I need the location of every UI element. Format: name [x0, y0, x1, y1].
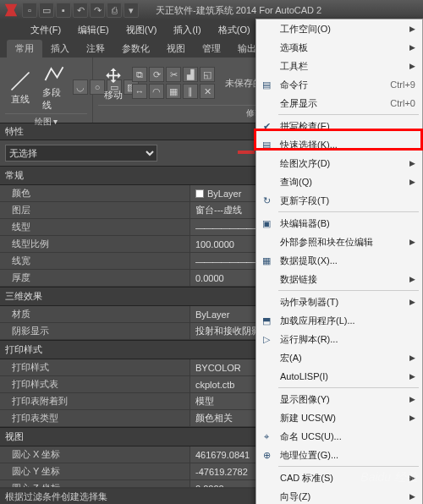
- selection-dropdown[interactable]: 无选择: [5, 145, 157, 162]
- cmdline-icon: ▤: [260, 78, 273, 91]
- cm-cmdline[interactable]: ▤命令行Ctrl+9: [256, 75, 422, 94]
- cm-draworder[interactable]: 绘图次序(D)▶: [256, 154, 422, 173]
- prop-ptable-name: 打印样式表: [0, 376, 190, 392]
- cm-cadstd[interactable]: CAD 标准(S)▶: [256, 468, 422, 487]
- fillet-icon[interactable]: ◠: [149, 84, 164, 99]
- prop-pattach-name: 打印表附着到: [0, 393, 190, 409]
- mirror-icon[interactable]: ▟: [183, 67, 198, 82]
- status-text: 根据过滤条件创建选择集: [5, 491, 107, 501]
- tab-view[interactable]: 视图: [158, 40, 194, 58]
- cm-dispimg[interactable]: 显示图像(Y)▶: [256, 390, 422, 408]
- spellcheck-icon: ✔: [260, 119, 273, 133]
- arc-icon[interactable]: ◡: [73, 79, 88, 95]
- prop-cz-name: 圆心 Z 坐标: [0, 480, 190, 487]
- cm-toolbar[interactable]: 工具栏▶: [256, 57, 422, 75]
- prop-lweight-name: 线宽: [0, 253, 190, 269]
- prop-ltscale-name: 线型比例: [0, 236, 190, 252]
- loadapp-icon: ⬒: [260, 314, 273, 327]
- tab-annotate[interactable]: 注释: [78, 40, 113, 58]
- app-logo: [3, 3, 19, 18]
- cm-newucs[interactable]: 新建 UCS(W)▶: [256, 408, 422, 427]
- qat-dropdown-icon[interactable]: ▾: [124, 3, 139, 18]
- ucs-icon: ⌖: [260, 430, 273, 443]
- cm-palettes[interactable]: 选项板▶: [256, 38, 422, 57]
- cm-updatefield[interactable]: ↻更新字段(T): [256, 191, 422, 210]
- cm-xref[interactable]: 外部参照和块在位编辑▶: [256, 233, 422, 251]
- prop-shadow-name: 阴影显示: [0, 323, 190, 339]
- rotate-icon[interactable]: ⟳: [149, 67, 164, 82]
- qat-save-icon[interactable]: ▪: [56, 3, 71, 18]
- move-button[interactable]: 移动: [98, 63, 129, 103]
- menu-edit[interactable]: 编辑(E): [73, 22, 114, 38]
- tab-param[interactable]: 参数化: [113, 40, 158, 58]
- script-icon: ▷: [260, 332, 273, 346]
- geoloc-icon: ⊕: [260, 448, 273, 462]
- cm-workspace[interactable]: 工作空间(O)▶: [256, 19, 422, 38]
- tools-context-menu: 工作空间(O)▶ 选项板▶ 工具栏▶ ▤命令行Ctrl+9 全屏显示Ctrl+0…: [255, 19, 423, 504]
- menu-view[interactable]: 视图(V): [121, 22, 162, 38]
- stretch-icon[interactable]: ↔: [132, 84, 147, 99]
- color-swatch-icon: [195, 189, 204, 198]
- prop-cy-name: 圆心 Y 坐标: [0, 463, 190, 479]
- array-icon[interactable]: ▦: [166, 84, 181, 99]
- qat-undo-icon[interactable]: ↶: [73, 3, 88, 18]
- updatefield-icon: ↻: [260, 194, 273, 207]
- line-label: 直线: [11, 93, 30, 106]
- prop-cx-name: 圆心 X 坐标: [0, 446, 190, 463]
- tab-insert[interactable]: 插入: [42, 40, 78, 58]
- red-marker: [238, 151, 255, 154]
- cm-spellcheck[interactable]: ✔拼写检查(E): [256, 117, 422, 135]
- dataextract-icon: ▦: [260, 254, 273, 267]
- prop-ptype-name: 打印表类型: [0, 410, 190, 426]
- app-title: 天正软件-建筑系统 2014 For AutoCAD 2: [156, 4, 321, 17]
- cm-namedcs[interactable]: ⌖命名 UCS(U)...: [256, 427, 422, 446]
- line-button[interactable]: 直线: [5, 68, 36, 107]
- prop-ltype-name: 线型: [0, 219, 190, 235]
- tab-common[interactable]: 常用: [7, 40, 42, 58]
- quick-access-toolbar: ▫ ▭ ▪ ↶ ↷ ⎙ ▾: [22, 3, 139, 18]
- scale-icon[interactable]: ◱: [200, 67, 215, 82]
- prop-color-name: 颜色: [0, 185, 190, 201]
- menu-insert[interactable]: 插入(I): [168, 22, 206, 38]
- menu-format[interactable]: 格式(O): [213, 22, 255, 38]
- svg-line-0: [12, 72, 30, 90]
- cm-loadapp[interactable]: ⬒加载应用程序(L)...: [256, 311, 422, 330]
- qat-new-icon[interactable]: ▫: [22, 3, 37, 18]
- polyline-label: 多段线: [42, 86, 66, 112]
- cm-blockedit[interactable]: ▣块编辑器(B): [256, 214, 422, 233]
- polyline-button[interactable]: 多段线: [39, 61, 69, 113]
- prop-layer-name: 图层: [0, 202, 190, 218]
- cm-wizard[interactable]: 向导(Z)▶: [256, 487, 422, 504]
- cm-geoloc[interactable]: ⊕地理位置(G)...: [256, 446, 422, 464]
- prop-thick-name: 厚度: [0, 270, 190, 286]
- blockedit-icon: ▣: [260, 216, 273, 230]
- cm-query[interactable]: 查询(Q)▶: [256, 173, 422, 191]
- quickselect-icon: ▤: [260, 138, 273, 151]
- offset-icon[interactable]: ∥: [183, 84, 198, 99]
- cm-macro[interactable]: 宏(A)▶: [256, 348, 422, 367]
- qat-redo-icon[interactable]: ↷: [90, 3, 105, 18]
- prop-pstyle-name: 打印样式: [0, 359, 190, 375]
- cm-script[interactable]: ▷运行脚本(R)...: [256, 330, 422, 348]
- qat-open-icon[interactable]: ▭: [39, 3, 54, 18]
- qat-print-icon[interactable]: ⎙: [107, 3, 122, 18]
- menu-file[interactable]: 文件(F): [25, 22, 66, 38]
- tab-manage[interactable]: 管理: [194, 40, 229, 58]
- cm-quickselect[interactable]: ▤快速选择(K)...: [256, 135, 422, 154]
- prop-material-name: 材质: [0, 306, 190, 322]
- cm-datalink[interactable]: 数据链接▶: [256, 270, 422, 288]
- trim-icon[interactable]: ✂: [166, 67, 181, 82]
- cm-autolisp[interactable]: AutoLISP(I)▶: [256, 367, 422, 386]
- copy-icon[interactable]: ⧉: [132, 67, 147, 82]
- erase-icon[interactable]: ✕: [200, 84, 215, 99]
- cm-fullscreen[interactable]: 全屏显示Ctrl+0: [256, 94, 422, 112]
- cm-dataextract[interactable]: ▦数据提取(X)...: [256, 251, 422, 270]
- move-label: 移动: [104, 89, 123, 101]
- cm-actionrec[interactable]: 动作录制器(T)▶: [256, 293, 422, 311]
